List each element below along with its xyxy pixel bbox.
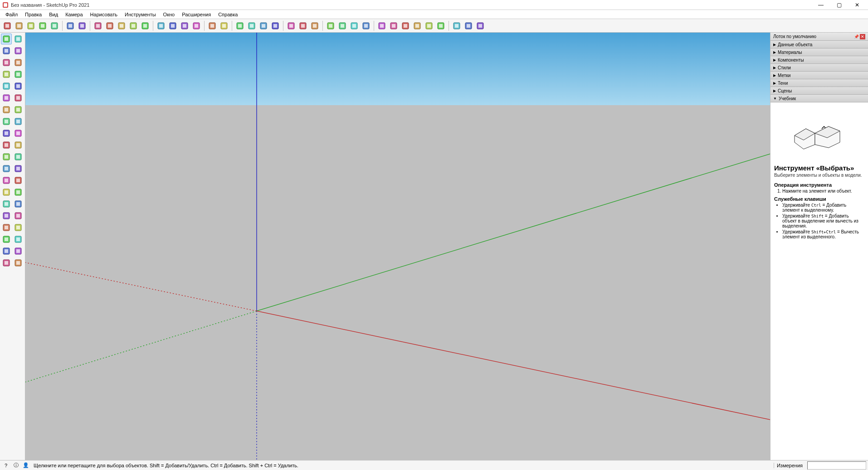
section4-icon[interactable] (191, 20, 202, 31)
ext1-icon[interactable] (451, 20, 462, 31)
tray-panel-7[interactable]: ▼Учебник (770, 95, 868, 102)
tray-close-icon[interactable]: ✕ (860, 34, 865, 39)
zoom-tool[interactable] (1, 199, 12, 209)
extra3-tool[interactable] (1, 257, 12, 268)
extra1-tool[interactable] (1, 246, 12, 257)
menu-window[interactable]: Окно (160, 11, 179, 18)
sandbox1-icon[interactable] (93, 20, 103, 31)
view1-icon[interactable] (325, 20, 336, 31)
ext2-icon[interactable] (463, 20, 474, 31)
ext3-icon[interactable] (475, 20, 486, 31)
menu-tools[interactable]: Инструменты (121, 11, 160, 18)
protractor-tool[interactable] (1, 163, 12, 174)
previous-tool[interactable] (13, 210, 24, 221)
followme-tool[interactable] (13, 128, 24, 139)
rotate-tool[interactable] (1, 128, 12, 139)
line-tool[interactable] (1, 45, 12, 56)
tray-panel-2[interactable]: ▶Компоненты (770, 56, 868, 64)
style3-icon[interactable] (309, 20, 320, 31)
arc-tool[interactable] (1, 92, 12, 103)
section2-icon[interactable] (167, 20, 178, 31)
menu-camera[interactable]: Камера (62, 11, 86, 18)
geo1-icon[interactable] (207, 20, 218, 31)
warehouse2-icon[interactable] (388, 20, 399, 31)
style1-icon[interactable] (286, 20, 297, 31)
zoomextents-tool[interactable] (1, 210, 12, 221)
open-icon[interactable] (2, 20, 13, 31)
solid1-icon[interactable] (234, 20, 245, 31)
save-icon[interactable] (14, 20, 24, 31)
warehouse3-icon[interactable] (400, 20, 411, 31)
rectangle-tool[interactable] (1, 69, 12, 80)
minimize-button[interactable]: — (812, 0, 830, 10)
tray-panel-5[interactable]: ▶Тени (770, 79, 868, 87)
layer-icon[interactable] (65, 20, 76, 31)
section1-icon[interactable] (156, 20, 166, 31)
tray-panel-0[interactable]: ▶Данные объекта (770, 41, 868, 48)
solid2-icon[interactable] (246, 20, 257, 31)
menu-help[interactable]: Справка (215, 11, 241, 18)
style2-icon[interactable] (297, 20, 308, 31)
tray-pin-icon[interactable]: 📌 (853, 34, 859, 39)
geo2-icon[interactable] (219, 20, 229, 31)
measurements-input[interactable] (807, 461, 866, 470)
tray-panel-3[interactable]: ▶Стили (770, 64, 868, 72)
scale-tool[interactable] (1, 140, 12, 150)
move-tool[interactable] (1, 116, 12, 127)
pushpull-tool[interactable] (13, 116, 24, 127)
tray-panel-1[interactable]: ▶Материалы (770, 48, 868, 56)
upload-icon[interactable] (25, 20, 36, 31)
3dtext-tool[interactable] (13, 175, 24, 186)
dimension-tool[interactable] (13, 151, 24, 162)
menu-view[interactable]: Вид (45, 11, 62, 18)
section3-icon[interactable] (179, 20, 190, 31)
orbit-tool[interactable] (1, 187, 12, 198)
sandbox2-icon[interactable] (104, 20, 115, 31)
sandbox4-icon[interactable] (128, 20, 139, 31)
pie-tool[interactable] (13, 104, 24, 115)
extra4-tool[interactable] (13, 257, 24, 268)
viewport[interactable] (25, 33, 770, 460)
grid-icon[interactable] (77, 20, 88, 31)
maximize-button[interactable]: ▢ (830, 0, 848, 10)
polygon-tool[interactable] (13, 81, 24, 92)
orbit-tool2[interactable] (13, 34, 24, 44)
warehouse1-icon[interactable] (376, 20, 387, 31)
tray-panel-6[interactable]: ▶Сцены (770, 87, 868, 95)
status-info-icon[interactable]: ⓘ (12, 461, 20, 470)
menu-edit[interactable]: Правка (21, 11, 45, 18)
text-tool[interactable] (13, 163, 24, 174)
solid3-icon[interactable] (258, 20, 269, 31)
view3-icon[interactable] (349, 20, 360, 31)
pencil-tool[interactable] (1, 57, 12, 68)
3dwarehouse-icon[interactable] (37, 20, 48, 31)
sandbox5-icon[interactable] (140, 20, 151, 31)
solid4-icon[interactable] (270, 20, 281, 31)
menu-extensions[interactable]: Расширения (178, 11, 215, 18)
view2-icon[interactable] (337, 20, 348, 31)
view4-icon[interactable] (361, 20, 371, 31)
axes-tool[interactable] (1, 175, 12, 186)
zoomwindow-tool[interactable] (13, 199, 24, 209)
close-button[interactable]: ✕ (848, 0, 866, 10)
status-help-icon[interactable]: ? (2, 461, 10, 470)
sandbox3-icon[interactable] (116, 20, 127, 31)
freehand-tool[interactable] (13, 57, 24, 68)
offset-tool[interactable] (13, 140, 24, 150)
arc3-tool[interactable] (1, 104, 12, 115)
eraser-tool[interactable] (13, 45, 24, 56)
menu-file[interactable]: Файл (2, 11, 21, 18)
arc2-tool[interactable] (13, 92, 24, 103)
position-camera-tool[interactable] (1, 222, 12, 233)
warehouse6-icon[interactable] (435, 20, 446, 31)
warehouse4-icon[interactable] (412, 20, 423, 31)
lookaround-tool[interactable] (13, 222, 24, 233)
tape-tool[interactable] (1, 151, 12, 162)
warehouse5-icon[interactable] (424, 20, 434, 31)
tray-panel-4[interactable]: ▶Метки (770, 72, 868, 79)
menu-draw[interactable]: Нарисовать (87, 11, 121, 18)
status-user-icon[interactable]: 👤 (22, 461, 30, 470)
section-tool[interactable] (13, 234, 24, 245)
extra2-tool[interactable] (13, 246, 24, 257)
pan-tool[interactable] (13, 187, 24, 198)
